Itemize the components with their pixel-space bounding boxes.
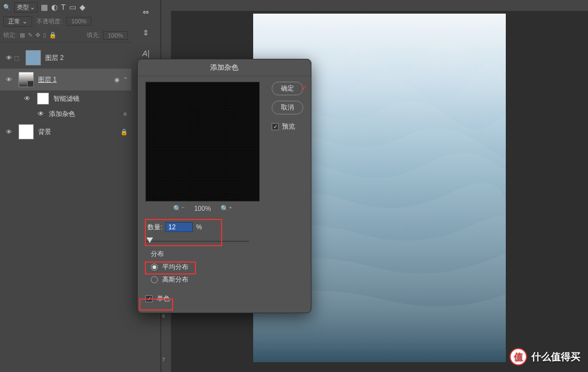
smart-filter-icon[interactable]: ◆ [79,3,85,11]
fill-label: 填充: [87,31,100,39]
amount-row: 数量: % [145,220,303,234]
slider-thumb[interactable] [146,237,153,243]
layer-thumb[interactable] [19,124,34,139]
add-noise-dialog: 添加杂色 确定 ✓ 取消 预览 🔍⁻ 100% 🔍⁺ 数量: % [137,59,311,313]
gaussian-radio[interactable] [151,276,158,283]
lock-pixels-icon[interactable]: ▦ [20,32,25,39]
visibility-toggle[interactable]: 👁 [37,110,45,118]
amount-label: 数量: [148,223,162,232]
layer-name: 图层 2 [45,53,64,63]
layer-thumb[interactable] [26,50,41,65]
amount-slider[interactable] [145,236,249,246]
link-icon: ⬚ [14,55,19,61]
preview-label: 预览 [282,122,295,131]
visibility-toggle[interactable]: 👁 [3,76,14,83]
layers-list: 👁 ⬚ 图层 2 👁 图层 1 ◉ ⌃ 👁 智能滤镜 👁 添加杂色 ≡ [0,47,131,143]
ruler-tick: 7 [162,357,165,362]
layers-panel: 🔍 类型 ⌄ ▦ ◐ T ▭ ◆ 正常 ⌄ 不透明度: 100% 锁定: ▦ ✎… [0,0,131,372]
layer-row[interactable]: 👁 背景 🔒 [0,121,131,143]
filter-settings-icon[interactable]: ≡ [124,111,127,117]
amount-input[interactable] [166,222,193,232]
dialog-title: 添加杂色 [138,59,311,76]
layer-thumb[interactable] [19,72,34,87]
uniform-label: 平均分布 [162,263,188,272]
monochrome-label: 单色 [157,294,170,303]
visibility-toggle[interactable]: 👁 [3,54,14,61]
gaussian-radio-row[interactable]: 高斯分布 [145,273,303,286]
slider-track [145,241,249,242]
layer-type-filter[interactable]: 类型 ⌄ [14,2,38,13]
filter-effect-row[interactable]: 👁 添加杂色 ≡ [0,107,131,121]
lock-artboard-icon[interactable]: ▯ [43,32,46,39]
shape-filter-icon[interactable]: ▭ [69,3,76,11]
ruler-tick: 6 [162,313,165,319]
layer-row[interactable]: 👁 图层 1 ◉ ⌃ [0,69,131,90]
image-filter-icon[interactable]: ▦ [41,3,48,11]
ruler-horizontal [161,0,588,11]
ok-button[interactable]: 确定 [272,82,303,95]
collapse-icon[interactable]: ⌃ [123,76,128,83]
lock-brush-icon[interactable]: ✎ [28,32,33,39]
filter-badge-icon[interactable]: ◉ [114,76,120,83]
filter-effect-name: 添加杂色 [49,109,75,119]
visibility-toggle[interactable]: 👁 [3,129,14,135]
opacity-label: 不透明度: [36,17,62,26]
watermark-text: 什么值得买 [531,350,580,363]
lock-all-icon[interactable]: 🔒 [49,32,57,39]
text-filter-icon[interactable]: T [61,3,66,11]
layer-row[interactable]: 👁 ⬚ 图层 2 [0,47,131,69]
preview-checkbox[interactable] [272,123,279,130]
uniform-radio-row[interactable]: 平均分布 [145,261,303,273]
align-icon[interactable]: ⇔ [135,3,157,21]
blend-row: 正常 ⌄ 不透明度: 100% [0,14,131,28]
amount-unit: % [196,223,202,231]
zoom-out-icon[interactable]: 🔍⁻ [173,205,185,212]
noise-preview[interactable] [145,82,260,202]
lock-icon: 🔒 [120,129,128,136]
watermark: 值 什么值得买 [510,348,580,365]
smart-filters-label: 智能滤镜 [53,94,79,103]
monochrome-checkbox[interactable] [145,295,152,302]
layer-name: 背景 [38,127,51,137]
filter-mask-thumb[interactable] [37,93,49,105]
chevron-down-icon: ⌄ [30,4,35,11]
layer-name: 图层 1 [38,75,57,84]
blend-mode-select[interactable]: 正常 ⌄ [3,16,32,27]
visibility-toggle[interactable]: 👁 [22,95,33,102]
annotation-check-icon: ✓ [301,83,308,93]
search-icon: 🔍 [3,4,11,11]
watermark-badge: 值 [510,348,527,365]
layer-filter-row: 🔍 类型 ⌄ ▦ ◐ T ▭ ◆ [0,0,131,14]
distribute-icon[interactable]: ⇕ [135,24,157,41]
zoom-in-icon[interactable]: 🔍⁺ [220,205,232,212]
zoom-value: 100% [194,205,211,212]
gaussian-label: 高斯分布 [162,275,188,284]
fill-field[interactable]: 100% [103,31,128,40]
distribution-label: 分布 [151,249,303,259]
lock-move-icon[interactable]: ✥ [35,32,40,39]
uniform-radio[interactable] [151,264,158,271]
lock-label: 锁定: [3,31,17,39]
chevron-down-icon: ⌄ [22,18,27,25]
lock-row: 锁定: ▦ ✎ ✥ ▯ 🔒 填充: 100% [0,28,131,42]
smart-filters-row[interactable]: 👁 智能滤镜 [0,90,131,107]
type-filter-label: 类型 [17,3,29,11]
adjust-filter-icon[interactable]: ◐ [51,3,58,11]
cancel-button[interactable]: 取消 [272,101,303,114]
opacity-field[interactable]: 100% [66,17,91,26]
blend-mode-value: 正常 [8,17,20,26]
